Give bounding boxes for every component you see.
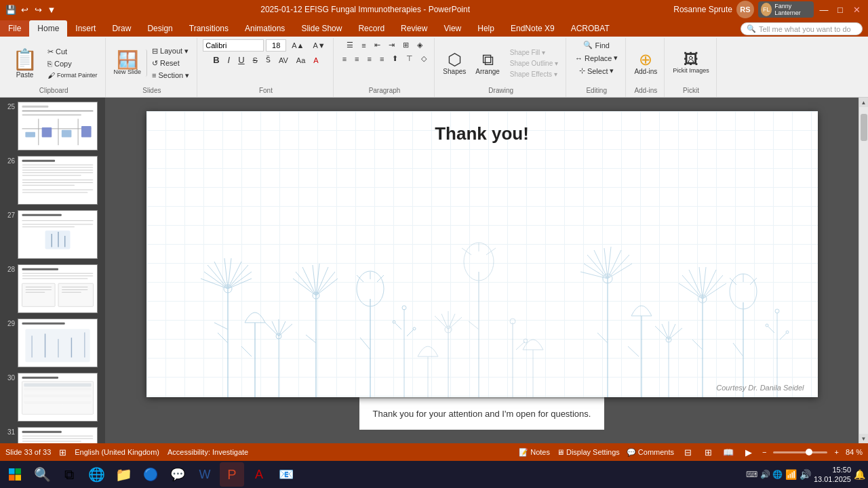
justify-btn[interactable]: ≡ xyxy=(376,53,387,64)
slide-sorter-btn[interactable]: ⊞ xyxy=(701,445,715,459)
change-case-button[interactable]: Aa xyxy=(293,55,309,66)
zoom-level[interactable]: 84 % xyxy=(846,448,863,456)
tab-transitions[interactable]: Transitions xyxy=(181,20,237,37)
columns-btn[interactable]: ⊞ xyxy=(399,39,412,51)
replace-button[interactable]: ↔ Replace ▾ xyxy=(572,52,621,64)
tab-file[interactable]: File xyxy=(0,20,29,37)
reset-button[interactable]: ↺Reset xyxy=(149,58,193,69)
slide-thumb-25[interactable]: 25 xyxy=(3,100,102,152)
slide-thumb-28[interactable]: 28 xyxy=(3,263,102,314)
scroll-down-btn[interactable]: ▼ xyxy=(859,434,869,443)
save-icon[interactable]: 💾 xyxy=(5,4,16,15)
right-scrollbar[interactable]: ▲ ▼ xyxy=(859,98,868,443)
acrobat-btn[interactable]: A xyxy=(247,462,271,487)
tab-home[interactable]: Home xyxy=(29,20,67,37)
taskbar-time[interactable]: 15:50 13.01.2025 xyxy=(814,465,851,485)
shadow-button[interactable]: S̈ xyxy=(262,54,274,66)
zoom-out-icon[interactable]: − xyxy=(762,448,766,456)
scroll-up-btn[interactable]: ▲ xyxy=(859,98,869,107)
align-text-btn[interactable]: ⊤ xyxy=(403,53,416,64)
powerpoint-btn[interactable]: P xyxy=(220,462,244,487)
align-left-btn[interactable]: ≡ xyxy=(339,53,350,64)
tab-view[interactable]: View xyxy=(435,20,469,37)
search-taskbar-btn[interactable]: 🔍 xyxy=(30,462,54,487)
notification-btn[interactable]: 🔔 xyxy=(854,469,865,480)
tab-review[interactable]: Review xyxy=(393,20,435,37)
smartart-convert-btn[interactable]: ◈ xyxy=(414,39,426,51)
shape-effects-btn[interactable]: Shape Effects ▾ xyxy=(507,69,561,79)
zoom-slider[interactable] xyxy=(773,451,827,453)
slide-thumb-30[interactable]: 30 xyxy=(3,371,102,423)
customize-icon[interactable]: ▼ xyxy=(46,4,57,15)
decrease-indent-btn[interactable]: ⇤ xyxy=(371,39,384,51)
chrome-btn[interactable]: 🔵 xyxy=(138,462,163,487)
user-avatar[interactable]: RS xyxy=(736,1,754,18)
maximize-btn[interactable]: □ xyxy=(834,3,846,16)
text-direction-btn[interactable]: ⬆ xyxy=(389,53,401,64)
language-label[interactable]: English (United Kingdom) xyxy=(75,448,159,456)
notes-bar[interactable]: Thank you for your attention and I'm ope… xyxy=(359,397,605,430)
increase-font-btn[interactable]: A▲ xyxy=(288,40,307,51)
teams-btn[interactable]: 💬 xyxy=(165,462,190,487)
paste-button[interactable]: 📋 Paste xyxy=(7,45,43,81)
slide-title[interactable]: Thank you! xyxy=(146,123,818,144)
increase-indent-btn[interactable]: ⇥ xyxy=(385,39,398,51)
shapes-button[interactable]: ⬡ Shapes xyxy=(440,50,469,77)
zoom-thumb[interactable] xyxy=(806,449,812,455)
slideshow-btn[interactable]: ▶ xyxy=(742,445,755,459)
tab-record[interactable]: Record xyxy=(350,20,393,37)
shape-fill-btn[interactable]: Shape Fill ▾ xyxy=(507,47,561,58)
tab-design[interactable]: Design xyxy=(139,20,180,37)
slide-thumb-29[interactable]: 29 xyxy=(3,317,102,369)
comments-btn[interactable]: 💬 Comments xyxy=(627,448,674,457)
bold-button[interactable]: B xyxy=(210,54,222,66)
align-right-btn[interactable]: ≡ xyxy=(364,53,375,64)
italic-button[interactable]: I xyxy=(224,54,234,66)
font-name-input[interactable] xyxy=(203,39,264,52)
redo-icon[interactable]: ↪ xyxy=(33,4,43,15)
tab-insert[interactable]: Insert xyxy=(67,20,104,37)
slide-thumb-27[interactable]: 27 xyxy=(3,209,102,260)
cut-button[interactable]: ✂Cut xyxy=(44,46,101,58)
tab-endnote[interactable]: EndNote X9 xyxy=(502,20,563,37)
close-btn[interactable]: ✕ xyxy=(850,3,863,16)
reading-view-btn[interactable]: 📖 xyxy=(722,445,735,459)
notes-btn[interactable]: 📝 Notes xyxy=(519,448,550,457)
decrease-font-btn[interactable]: A▼ xyxy=(309,40,328,51)
word-btn[interactable]: W xyxy=(193,462,217,487)
display-settings-btn[interactable]: 🖥 Display Settings xyxy=(557,448,620,456)
font-size-input[interactable] xyxy=(266,39,286,52)
numbering-btn[interactable]: ≡ xyxy=(358,39,369,51)
format-painter-button[interactable]: 🖌Format Painter xyxy=(44,70,101,81)
edge-btn[interactable]: 🌐 xyxy=(84,462,108,487)
convert-to-smartart-btn[interactable]: ◇ xyxy=(418,53,430,64)
outlook-btn[interactable]: 📧 xyxy=(274,462,298,487)
task-view-btn[interactable]: ⧉ xyxy=(57,462,81,487)
tab-animations[interactable]: Animations xyxy=(237,20,293,37)
copy-button[interactable]: ⎘Copy xyxy=(44,58,101,69)
layout-button[interactable]: ⊟Layout ▾ xyxy=(149,45,193,57)
tab-acrobat[interactable]: ACROBAT xyxy=(563,20,618,37)
volume-icon[interactable]: 🔊 xyxy=(800,469,811,480)
find-button[interactable]: 🔍 Find xyxy=(580,39,612,51)
undo-icon[interactable]: ↩ xyxy=(19,4,30,15)
pickit-images-button[interactable]: 🖼 Pickit Images xyxy=(670,51,712,75)
start-btn[interactable] xyxy=(3,462,27,487)
minimize-btn[interactable]: — xyxy=(818,3,830,16)
view-outline-btn[interactable]: ⊞ xyxy=(59,447,66,458)
shape-outline-btn[interactable]: Shape Outline ▾ xyxy=(507,58,561,68)
scroll-thumb[interactable] xyxy=(861,114,867,141)
arrange-button[interactable]: ⧉ Arrange xyxy=(473,50,502,77)
network-icon[interactable]: 📶 xyxy=(785,469,797,480)
underline-button[interactable]: U xyxy=(235,54,248,66)
addins-button[interactable]: ⊕ Add-ins xyxy=(631,50,660,77)
align-center-btn[interactable]: ≡ xyxy=(351,53,362,64)
tab-help[interactable]: Help xyxy=(469,20,502,37)
slide-thumb-26[interactable]: 26 xyxy=(3,155,102,206)
char-spacing-button[interactable]: AV xyxy=(275,55,292,66)
scroll-track[interactable] xyxy=(859,107,868,434)
tab-draw[interactable]: Draw xyxy=(104,20,139,37)
slide-canvas[interactable]: Thank you! xyxy=(146,111,818,397)
font-color-button[interactable]: A xyxy=(310,55,321,66)
bullets-btn[interactable]: ☰ xyxy=(343,39,357,51)
